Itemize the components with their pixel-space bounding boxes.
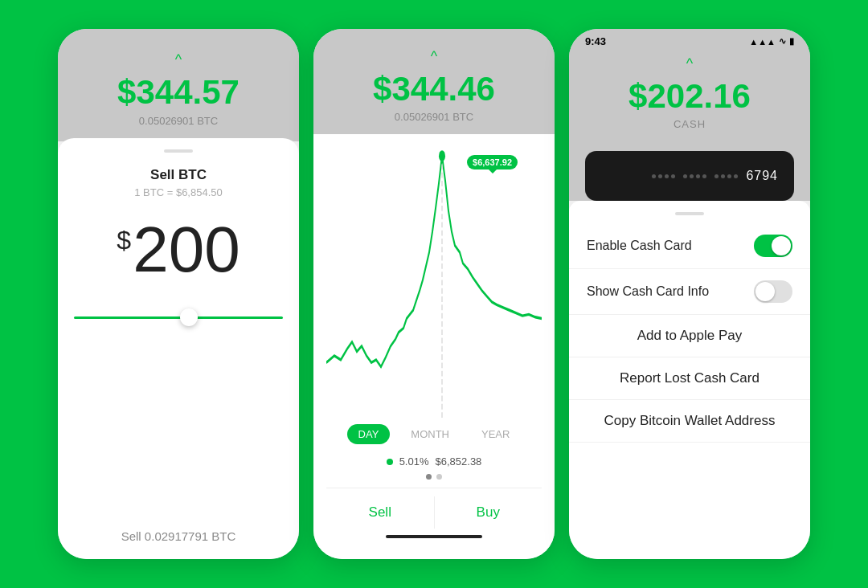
phone2-btc-amount: $344.46 — [373, 70, 495, 108]
phone3-cash-amount: $202.16 — [628, 77, 751, 116]
copy-bitcoin-label: Copy Bitcoin Wallet Address — [604, 413, 776, 429]
toggle-thumb — [755, 282, 775, 301]
dot-2 — [436, 474, 442, 480]
add-apple-pay-button[interactable]: Add to Apple Pay — [569, 315, 810, 357]
price-info-row: 5.01% $6,852.38 — [387, 455, 482, 468]
tab-day[interactable]: DAY — [347, 424, 391, 444]
card-dot — [727, 174, 731, 178]
btc-rate: 1 BTC = $6,854.50 — [134, 186, 223, 198]
chevron-up-icon[interactable]: ^ — [175, 51, 182, 68]
enable-cash-card-label: Enable Cash Card — [587, 239, 692, 253]
phone1-header: ^ $344.57 0.05026901 BTC — [58, 29, 299, 141]
phone3-chevron-icon[interactable]: ^ — [686, 55, 693, 72]
btc-chart-container: $6,637.92 — [326, 142, 542, 418]
phone2-home-bar — [326, 529, 542, 546]
sell-title: Sell BTC — [150, 167, 207, 183]
sell-btc-label: Sell 0.02917791 BTC — [121, 529, 236, 543]
phone1-body: Sell BTC 1 BTC = $6,854.50 $ 200 Sell 0.… — [58, 138, 299, 559]
card-dot — [696, 174, 700, 178]
buy-button[interactable]: Buy — [435, 496, 542, 529]
time-period-tabs: DAY MONTH YEAR — [347, 424, 522, 444]
toggle-thumb — [772, 236, 791, 255]
sell-amount-slider[interactable] — [74, 308, 283, 327]
price-change-dot — [387, 459, 393, 465]
card-dot — [702, 174, 706, 178]
card-dot — [690, 174, 694, 178]
phone2-body: $6,637.92 DAY MONTH YEAR 5.01% $6,852.38… — [313, 134, 555, 559]
show-cash-card-info-toggle[interactable] — [754, 280, 792, 303]
phone1: ^ $344.57 0.05026901 BTC Sell BTC 1 BTC … — [58, 29, 299, 559]
sell-buy-row: Sell Buy — [326, 488, 542, 529]
card-dots-group-2 — [683, 174, 706, 178]
status-icons: ▲▲▲ ∿ ▮ — [749, 36, 794, 47]
show-cash-card-info-row: Show Cash Card Info — [569, 269, 810, 315]
report-lost-button[interactable]: Report Lost Cash Card — [569, 357, 810, 400]
phone3: 9:43 ▲▲▲ ∿ ▮ ^ $202.16 CASH — [569, 29, 810, 559]
price-value: $6,852.38 — [436, 455, 482, 468]
chart-tooltip: $6,637.92 — [467, 155, 518, 169]
card-dot — [671, 174, 675, 178]
svg-point-1 — [439, 150, 445, 161]
show-cash-card-info-label: Show Cash Card Info — [587, 284, 709, 299]
tab-year[interactable]: YEAR — [470, 424, 521, 444]
phone3-header: ^ $202.16 CASH — [569, 49, 810, 141]
phone2-header: ^ $344.46 0.05026901 BTC — [313, 29, 555, 134]
battery-icon: ▮ — [789, 36, 794, 47]
report-lost-label: Report Lost Cash Card — [620, 370, 760, 386]
slider-track — [74, 316, 283, 319]
status-time: 9:43 — [585, 35, 606, 47]
btc-price-chart — [326, 142, 542, 418]
sell-dollar-value: 200 — [133, 218, 240, 282]
add-apple-pay-label: Add to Apple Pay — [637, 328, 742, 344]
card-dot — [721, 174, 725, 178]
status-bar: 9:43 ▲▲▲ ∿ ▮ — [569, 29, 810, 49]
signal-icon: ▲▲▲ — [749, 37, 776, 47]
card-dot — [683, 174, 687, 178]
enable-cash-card-toggle[interactable] — [754, 235, 792, 257]
home-indicator — [386, 535, 482, 538]
action-sheet-handle — [675, 212, 704, 215]
enable-cash-card-row: Enable Cash Card — [569, 223, 810, 269]
phone2-chevron-icon[interactable]: ^ — [431, 48, 437, 65]
card-dot — [714, 174, 719, 178]
card-dot — [652, 174, 656, 178]
slider-thumb[interactable] — [180, 308, 198, 326]
tab-month[interactable]: MONTH — [399, 424, 461, 444]
card-dot — [665, 174, 669, 178]
cash-card: 6794 — [585, 151, 794, 201]
sell-amount-display: $ 200 — [117, 218, 240, 282]
card-last4: 6794 — [746, 169, 778, 183]
wifi-icon: ∿ — [779, 36, 786, 47]
card-dot — [734, 174, 738, 178]
page-dots — [426, 474, 442, 480]
card-area: 6794 — [569, 141, 810, 201]
dollar-sign: $ — [117, 226, 131, 255]
card-dot — [658, 174, 662, 178]
card-dots-group-3 — [714, 174, 738, 178]
card-number-row: 6794 — [601, 169, 778, 183]
drag-handle — [164, 149, 193, 153]
phone2-btc-label: 0.05026901 BTC — [395, 111, 473, 123]
phone2: ^ $344.46 0.05026901 BTC $6,637.92 DAY M… — [313, 29, 555, 559]
phone3-cash-label: CASH — [674, 118, 706, 130]
price-change-pct: 5.01% — [399, 455, 429, 468]
card-dots-group-1 — [652, 174, 675, 178]
action-sheet: Enable Cash Card Show Cash Card Info Add… — [569, 201, 810, 559]
copy-bitcoin-button[interactable]: Copy Bitcoin Wallet Address — [569, 400, 810, 443]
phone1-btc-amount: $344.57 — [117, 73, 240, 112]
phone1-btc-label: 0.05026901 BTC — [139, 115, 218, 127]
sell-button[interactable]: Sell — [326, 496, 435, 529]
dot-1 — [426, 474, 432, 480]
